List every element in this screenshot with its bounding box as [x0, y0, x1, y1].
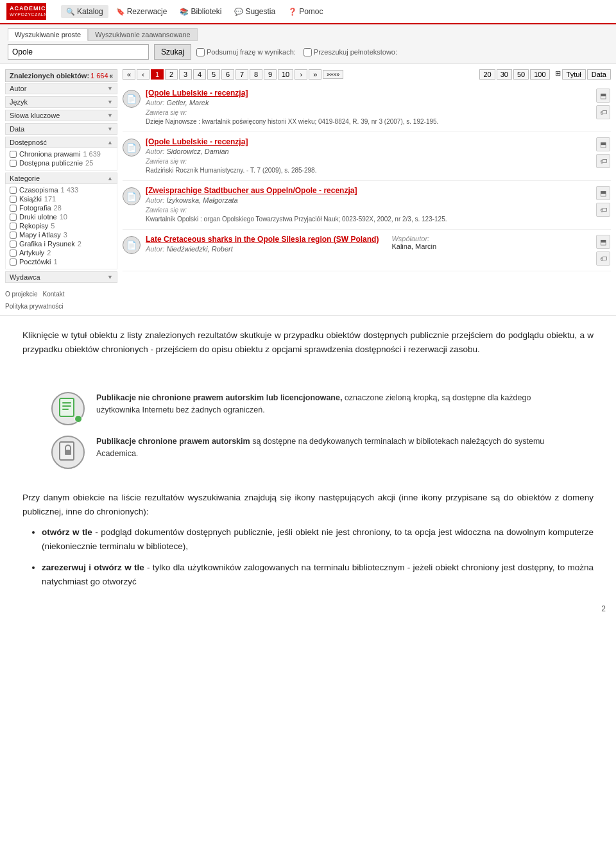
action-btn-open[interactable]: ⬒ — [596, 235, 610, 249]
prev-btn[interactable]: ‹ — [137, 69, 150, 80]
action-btn-tag[interactable]: 🏷 — [596, 154, 610, 168]
sort-title-btn[interactable]: Tytuł — [562, 69, 586, 80]
action-btn-open[interactable]: ⬒ — [596, 186, 610, 200]
facet-group-data: Data ▼ — [5, 123, 117, 135]
action-btn-open[interactable]: ⬒ — [596, 89, 610, 103]
page-btn-10[interactable]: 10 — [278, 69, 293, 80]
last-btn[interactable]: »»»» — [323, 70, 343, 79]
facet-item-chroniona: Chroniona prawami 1 639 — [10, 149, 113, 158]
arrow-icon: ▼ — [107, 126, 113, 132]
facet-title-slowa[interactable]: Słowa kluczowe ▼ — [5, 110, 117, 121]
svg-rect-3 — [62, 409, 69, 410]
next-btn[interactable]: › — [295, 69, 307, 80]
facet-checkbox-druki[interactable] — [10, 214, 17, 221]
page-btn-9[interactable]: 9 — [264, 69, 277, 80]
result-title-2[interactable]: [Opole Lubelskie - recenzja] — [146, 137, 590, 146]
facet-checkbox-chroniona[interactable] — [10, 151, 17, 158]
facet-group-kategorie: Kategorie ▲ Czasopisma1 433 Książki171 F… — [5, 173, 117, 269]
page-btn-3[interactable]: 3 — [179, 69, 192, 80]
prev-prev-btn[interactable]: « — [123, 69, 135, 80]
perpage-50[interactable]: 50 — [513, 69, 529, 80]
nav-item-rezerwacje[interactable]: 🔖 Rezerwacje — [111, 5, 173, 18]
page-btn-6[interactable]: 6 — [221, 69, 234, 80]
result-actions-3: ⬒ 🏷 — [595, 186, 611, 217]
found-count: 1 664 — [90, 72, 108, 80]
tab-simple-search[interactable]: Wyszukiwanie proste — [8, 28, 88, 41]
tab-simple-label: Wyszukiwanie proste — [15, 31, 81, 38]
facet-checkbox-pocztowki[interactable] — [10, 259, 17, 266]
sort-date-btn[interactable]: Data — [587, 69, 611, 80]
list-item: zarezerwuj i otwórz w tle - tylko dla uż… — [42, 561, 594, 590]
option-fulltext[interactable]: Przeszukuj pełnotekstowo: — [304, 48, 397, 56]
result-contains-1: Zawiera się w: Dzieje Najnowsze : kwarta… — [146, 108, 590, 126]
logo-line2: WYPOŻYCZALNIA — [10, 12, 43, 17]
facet-title-kategorie[interactable]: Kategorie ▲ — [5, 173, 117, 184]
list-item: otwórz w tle - podgląd dokumentów dostęp… — [42, 525, 594, 554]
rezerwacje-icon: 🔖 — [116, 8, 125, 16]
facet-checkbox-artykuly[interactable] — [10, 250, 17, 257]
result-actions-4: ⬒ 🏷 — [595, 235, 611, 266]
page-btn-1[interactable]: 1 — [151, 69, 164, 80]
result-title-3[interactable]: [Zweisprachige Stadtbucher aus Oppeln/Op… — [146, 186, 590, 195]
search-input[interactable] — [8, 44, 149, 60]
result-author-2: Autor: Sidorowicz, Damian — [146, 148, 590, 155]
svg-rect-2 — [62, 405, 71, 407]
facet-checkbox-publiczna[interactable] — [10, 160, 17, 167]
page-btn-4[interactable]: 4 — [193, 69, 206, 80]
next-next-btn[interactable]: » — [309, 69, 321, 80]
nav-item-katalog[interactable]: 🔍 Katalog — [61, 5, 108, 18]
list-item: Mapy i Atlasy3 — [10, 230, 113, 239]
facet-title-jezyk[interactable]: Język ▼ — [5, 96, 117, 108]
action-btn-open[interactable]: ⬒ — [596, 137, 610, 151]
facet-item-publiczna: Dostępna publicznie 25 — [10, 158, 113, 167]
phrase-checkbox[interactable] — [196, 48, 205, 56]
result-icon-2: 📄 — [123, 139, 141, 157]
found-label: Znalezionych obiektów: — [10, 72, 89, 80]
link-kontakt[interactable]: Kontakt — [43, 291, 65, 298]
perpage-100[interactable]: 100 — [530, 69, 549, 80]
facet-checkbox-mapy[interactable] — [10, 232, 17, 239]
perpage-30[interactable]: 30 — [497, 69, 512, 80]
page-btn-7[interactable]: 7 — [235, 69, 248, 80]
facet-body-kategorie: Czasopisma1 433 Książki171 Fotografia28 … — [5, 184, 117, 269]
action-btn-tag[interactable]: 🏷 — [596, 203, 610, 217]
link-o-projekcie[interactable]: O projekcie — [5, 291, 38, 298]
facet-group-jezyk: Język ▼ — [5, 96, 117, 108]
facet-title-wydawca[interactable]: Wydawca ▼ — [5, 271, 117, 283]
nav-item-biblioteki[interactable]: 📚 Biblioteki — [175, 5, 227, 18]
page-btn-2[interactable]: 2 — [165, 69, 178, 80]
document-open-icon — [58, 397, 78, 420]
arrow-icon: ▼ — [107, 99, 113, 105]
bullet-list: otwórz w tle - podgląd dokumentów dostęp… — [42, 525, 594, 589]
facet-checkbox-fotografie[interactable] — [10, 205, 17, 212]
nav-item-pomoc[interactable]: ❓ Pomoc — [283, 5, 328, 18]
collapse-icon[interactable]: « — [109, 72, 113, 80]
facet-checkbox-ksiazki[interactable] — [10, 196, 17, 203]
top-navigation: ACADEMICA WYPOŻYCZALNIA 🔍 Katalog 🔖 Reze… — [0, 0, 616, 24]
fulltext-checkbox[interactable] — [304, 48, 312, 56]
facet-title-data[interactable]: Data ▼ — [5, 123, 117, 135]
tab-advanced-search[interactable]: Wyszukiwanie zaawansowane — [88, 28, 197, 41]
facet-title-autor[interactable]: Autor ▼ — [5, 83, 117, 94]
link-polityka[interactable]: Polityka prywatności — [5, 303, 64, 310]
pub-text-protected: Publikacje chronione prawem autorskim są… — [96, 436, 565, 461]
nav-katalog-label: Katalog — [77, 7, 103, 16]
result-title-4[interactable]: Late Cretaceous sharks in the Opole Sile… — [146, 235, 379, 244]
pub-icon-public — [51, 392, 85, 425]
page-btn-8[interactable]: 8 — [250, 69, 262, 80]
facet-checkbox-czasopisma[interactable] — [10, 187, 17, 194]
facet-title-dostepnosc[interactable]: Dostępność ▲ — [5, 137, 117, 148]
search-button[interactable]: Szukaj — [154, 44, 191, 60]
nav-rezerwacje-label: Rezerwacje — [127, 7, 167, 16]
result-icon-1: 📄 — [123, 90, 141, 108]
page-btn-5[interactable]: 5 — [207, 69, 220, 80]
action-btn-tag[interactable]: 🏷 — [596, 251, 610, 266]
pomoc-icon: ❓ — [288, 8, 297, 16]
nav-item-sugestia[interactable]: 💬 Sugestia — [229, 5, 280, 18]
perpage-20[interactable]: 20 — [479, 69, 495, 80]
facet-checkbox-grafika[interactable] — [10, 241, 17, 248]
facet-checkbox-rekopisy[interactable] — [10, 223, 17, 230]
option-phrase[interactable]: Podsumuj frazę w wynikach: — [196, 48, 296, 56]
result-title-1[interactable]: [Opole Lubelskie - recenzja] — [146, 89, 590, 98]
action-btn-tag[interactable]: 🏷 — [596, 105, 610, 119]
